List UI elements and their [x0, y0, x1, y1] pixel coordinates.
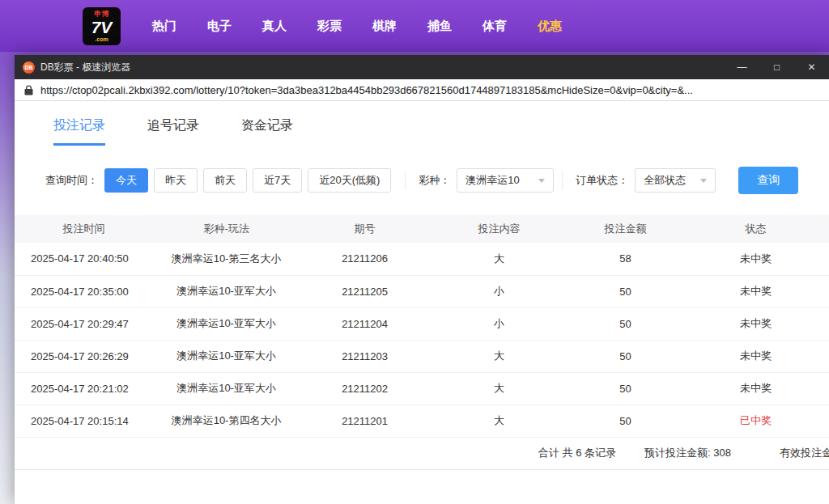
bet-records-table: 投注时间彩种-玩法期号投注内容投注金额状态 2025-04-17 20:40:5… [15, 215, 829, 438]
order-status-select[interactable]: 全部状态 [635, 168, 716, 193]
bet-time: 2025-04-17 20:29:47 [15, 307, 153, 340]
bet-status: 未中奖 [682, 307, 829, 340]
bet-status: 未中奖 [682, 243, 829, 275]
bet-status: 未中奖 [682, 340, 829, 372]
table-header-row: 投注时间彩种-玩法期号投注内容投注金额状态 [15, 215, 829, 243]
site-header: 申博 7V .com 热门电子真人彩票棋牌捕鱼体育优惠 [0, 0, 829, 52]
table-body: 2025-04-17 20:40:50澳洲幸运10-第三名大小21211206大… [15, 243, 829, 437]
column-header: 投注时间 [15, 215, 153, 243]
bet-amount: 50 [568, 404, 682, 437]
bet-content: 小 [430, 307, 568, 340]
window-controls: — □ ✕ [725, 55, 829, 79]
summary-bar: 合计 共 6 条记录 预计投注金额: 308 有效投注金 [15, 438, 829, 470]
nav-item[interactable]: 捕鱼 [412, 19, 467, 34]
address-bar[interactable]: https://ctop02pcali.2kbxi392.com/lottery… [15, 79, 829, 101]
table-row: 2025-04-17 20:15:14澳洲幸运10-第四名大小21211201大… [15, 404, 829, 437]
time-filter-button[interactable]: 前天 [203, 168, 247, 193]
time-filter-button[interactable]: 近20天(低频) [308, 168, 391, 193]
nav-item[interactable]: 优惠 [522, 19, 577, 34]
table-row: 2025-04-17 20:26:29澳洲幸运10-亚军大小21211203大5… [15, 340, 829, 372]
order-status-select-value: 全部状态 [644, 173, 686, 188]
nav-item[interactable]: 体育 [467, 19, 522, 34]
main-nav: 热门电子真人彩票棋牌捕鱼体育优惠 [137, 19, 577, 34]
issue-number: 21211204 [300, 307, 430, 340]
tab[interactable]: 资金记录 [241, 117, 293, 146]
bet-time: 2025-04-17 20:35:00 [15, 275, 153, 307]
issue-number: 21211201 [300, 404, 430, 437]
bet-content: 小 [430, 275, 568, 307]
column-header: 彩种-玩法 [153, 215, 300, 243]
window-title: DB彩票 - 极速浏览器 [40, 61, 725, 74]
column-header: 状态 [682, 215, 829, 243]
bet-amount: 58 [568, 243, 682, 275]
tab[interactable]: 投注记录 [53, 117, 105, 146]
nav-item[interactable]: 热门 [137, 19, 192, 34]
url-text: https://ctop02pcali.2kbxi392.com/lottery… [40, 84, 693, 96]
game-type: 澳洲幸运10-第三名大小 [153, 243, 300, 275]
column-header: 投注内容 [430, 215, 568, 243]
issue-number: 21211202 [300, 372, 430, 404]
bet-amount: 50 [568, 307, 682, 340]
site-logo[interactable]: 申博 7V .com [83, 7, 121, 45]
maximize-button[interactable]: □ [759, 55, 794, 79]
divider [405, 171, 406, 190]
column-header: 投注金额 [568, 215, 682, 243]
bet-time: 2025-04-17 20:40:50 [15, 243, 153, 275]
bet-content: 大 [430, 243, 568, 275]
logo-top-text: 申博 [95, 11, 109, 18]
table-row: 2025-04-17 20:21:02澳洲幸运10-亚军大小21211202大5… [15, 372, 829, 404]
app-badge-icon: DB [23, 61, 35, 74]
game-type: 澳洲幸运10-第四名大小 [153, 404, 300, 437]
bet-status: 未中奖 [682, 372, 829, 404]
close-button[interactable]: ✕ [794, 55, 829, 79]
nav-item[interactable]: 真人 [247, 19, 302, 34]
lottery-filter-label: 彩种： [419, 173, 450, 188]
record-count: 合计 共 6 条记录 [538, 446, 616, 460]
record-tabs: 投注记录追号记录资金记录 [15, 101, 829, 146]
time-filter-label: 查询时间： [45, 173, 98, 188]
bet-amount: 50 [568, 275, 682, 307]
lottery-select[interactable]: 澳洲幸运10 [457, 168, 554, 193]
chevron-down-icon [700, 179, 707, 183]
logo-sub-text: .com [95, 36, 108, 42]
browser-window: DB DB彩票 - 极速浏览器 — □ ✕ https://ctop02pcal… [15, 55, 829, 504]
time-filter-group: 今天昨天前天近7天近20天(低频) [104, 168, 397, 193]
chevron-down-icon [538, 179, 545, 183]
time-filter-button[interactable]: 近7天 [253, 168, 302, 193]
lottery-select-value: 澳洲幸运10 [466, 173, 519, 188]
game-type: 澳洲幸运10-亚军大小 [153, 340, 300, 372]
issue-number: 21211205 [300, 275, 430, 307]
tab[interactable]: 追号记录 [147, 117, 199, 146]
bet-content: 大 [430, 372, 568, 404]
bet-content: 大 [430, 340, 568, 372]
issue-number: 21211206 [300, 243, 430, 275]
valid-bet-amount: 有效投注金 [780, 446, 829, 460]
bet-amount: 50 [568, 372, 682, 404]
filter-bar: 查询时间： 今天昨天前天近7天近20天(低频) 彩种： 澳洲幸运10 订单状态：… [45, 167, 829, 194]
logo-main-text: 7V [91, 19, 113, 36]
bet-amount: 50 [568, 340, 682, 372]
time-filter-button[interactable]: 今天 [104, 168, 148, 193]
bet-status: 未中奖 [682, 275, 829, 307]
game-type: 澳洲幸运10-亚军大小 [153, 372, 300, 404]
nav-item[interactable]: 棋牌 [357, 19, 412, 34]
game-type: 澳洲幸运10-亚军大小 [153, 275, 300, 307]
bet-time: 2025-04-17 20:26:29 [15, 340, 153, 372]
time-filter-button[interactable]: 昨天 [154, 168, 198, 193]
search-button[interactable]: 查询 [738, 167, 798, 194]
nav-item[interactable]: 电子 [192, 19, 247, 34]
status-filter-label: 订单状态： [576, 173, 628, 188]
table-row: 2025-04-17 20:29:47澳洲幸运10-亚军大小21211204小5… [15, 307, 829, 340]
issue-number: 21211203 [300, 340, 430, 372]
table-row: 2025-04-17 20:35:00澳洲幸运10-亚军大小21211205小5… [15, 275, 829, 307]
bet-status: 已中奖 [682, 404, 829, 437]
bet-time: 2025-04-17 20:21:02 [15, 372, 153, 404]
page-content: 投注记录追号记录资金记录 查询时间： 今天昨天前天近7天近20天(低频) 彩种：… [15, 101, 829, 504]
minimize-button[interactable]: — [725, 55, 759, 79]
divider [562, 171, 563, 190]
lock-icon[interactable] [24, 85, 33, 95]
browser-title-bar: DB DB彩票 - 极速浏览器 — □ ✕ [15, 55, 829, 79]
nav-item[interactable]: 彩票 [302, 19, 357, 34]
bet-content: 大 [430, 404, 568, 437]
bet-time: 2025-04-17 20:15:14 [15, 404, 153, 437]
